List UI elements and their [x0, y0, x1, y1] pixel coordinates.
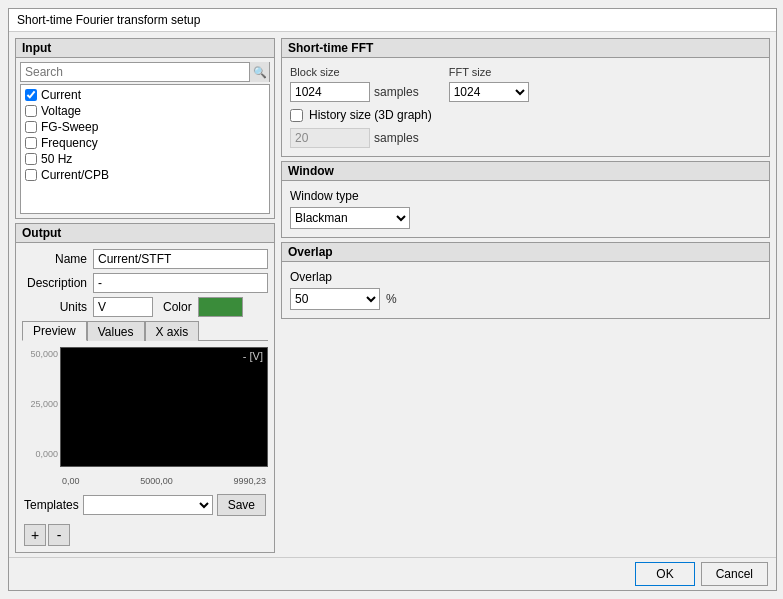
overlap-select[interactable]: 0255075	[290, 288, 380, 310]
left-panel: Input 🔍 CurrentVoltageFG-SweepFrequency5…	[15, 38, 275, 551]
signal-checkbox[interactable]	[25, 89, 37, 101]
x-axis-label: 0,00	[62, 476, 80, 486]
plus-minus-row: + -	[22, 524, 268, 546]
window-content: Window type HannHammingBlackmanRectangul…	[282, 181, 769, 237]
title-bar: Short-time Fourier transform setup	[9, 9, 776, 32]
overlap-label: Overlap	[290, 270, 332, 284]
block-size-input-row: samples	[290, 82, 419, 102]
name-label: Name	[22, 252, 87, 266]
main-content: Input 🔍 CurrentVoltageFG-SweepFrequency5…	[9, 32, 776, 557]
history-checkbox[interactable]	[290, 109, 303, 122]
history-input-row: samples	[290, 128, 761, 148]
fft-size-select[interactable]: 512102420484096	[449, 82, 529, 102]
window-title: Short-time Fourier transform setup	[17, 13, 200, 27]
window-section: Window Window type HannHammingBlackmanRe…	[281, 161, 770, 238]
templates-select[interactable]	[83, 495, 213, 515]
main-window: Short-time Fourier transform setup Input…	[8, 8, 777, 591]
tab-preview[interactable]: Preview	[22, 321, 87, 341]
output-content: Name Description Units Color Previe	[16, 243, 274, 552]
overlap-row: 0255075 %	[290, 288, 761, 310]
signal-label: 50 Hz	[41, 152, 72, 166]
color-picker[interactable]	[198, 297, 243, 317]
ok-button[interactable]: OK	[635, 562, 694, 586]
signal-label: FG-Sweep	[41, 120, 98, 134]
y-axis-label: 0,000	[22, 449, 58, 459]
overlap-section: Overlap Overlap 0255075 %	[281, 242, 770, 319]
signal-label: Current	[41, 88, 81, 102]
fft-size-label: FFT size	[449, 66, 529, 78]
chart-wrapper: - [V]	[60, 345, 268, 467]
fft-sizes-row: Block size samples FFT size 512102420484…	[290, 66, 761, 102]
tab-x-axis[interactable]: X axis	[145, 321, 200, 341]
right-panel: Short-time FFT Block size samples FFT si…	[281, 38, 770, 551]
list-item: Current/CPB	[23, 167, 267, 183]
block-size-col: Block size samples	[290, 66, 419, 102]
overlap-section-label: Overlap	[282, 243, 769, 262]
units-row: Units Color	[22, 297, 268, 317]
signal-checkbox[interactable]	[25, 153, 37, 165]
y-axis-label: 50,000	[22, 349, 58, 359]
x-axis: 0,005000,009990,23	[60, 476, 268, 486]
y-axis-label: 25,000	[22, 399, 58, 409]
history-label: History size (3D graph)	[309, 108, 432, 122]
save-button[interactable]: Save	[217, 494, 266, 516]
list-item: Current	[23, 87, 267, 103]
overlap-unit: %	[386, 292, 397, 306]
signal-label: Frequency	[41, 136, 98, 150]
window-type-select[interactable]: HannHammingBlackmanRectangular	[290, 207, 410, 229]
x-axis-label: 5000,00	[140, 476, 173, 486]
bottom-bar: OK Cancel	[9, 557, 776, 590]
tab-values[interactable]: Values	[87, 321, 145, 341]
y-axis: 50,00025,0000,000	[22, 345, 60, 475]
list-item: Voltage	[23, 103, 267, 119]
list-item: Frequency	[23, 135, 267, 151]
signal-checkbox[interactable]	[25, 169, 37, 181]
output-label: Output	[16, 224, 274, 243]
chart-container: 50,00025,0000,000 - [V] 0,005000,009990,…	[22, 345, 268, 486]
cancel-button[interactable]: Cancel	[701, 562, 768, 586]
color-label: Color	[163, 300, 192, 314]
window-label: Window	[282, 162, 769, 181]
spacer	[281, 323, 770, 551]
search-icon[interactable]: 🔍	[249, 62, 269, 82]
list-item: 50 Hz	[23, 151, 267, 167]
templates-label: Templates	[24, 498, 79, 512]
description-label: Description	[22, 276, 87, 290]
units-input[interactable]	[93, 297, 153, 317]
signal-checkbox[interactable]	[25, 105, 37, 117]
description-input[interactable]	[93, 273, 268, 293]
name-row: Name	[22, 249, 268, 269]
window-type-label: Window type	[290, 189, 359, 203]
signal-label: Current/CPB	[41, 168, 109, 182]
description-row: Description	[22, 273, 268, 293]
list-item: FG-Sweep	[23, 119, 267, 135]
history-input	[290, 128, 370, 148]
signal-list: CurrentVoltageFG-SweepFrequency50 HzCurr…	[20, 84, 270, 214]
signal-checkbox[interactable]	[25, 137, 37, 149]
fft-section: Short-time FFT Block size samples FFT si…	[281, 38, 770, 157]
search-input[interactable]	[21, 65, 249, 79]
chart-area: - [V]	[60, 347, 268, 467]
fft-size-col: FFT size 512102420484096	[449, 66, 529, 102]
x-axis-label: 9990,23	[233, 476, 266, 486]
input-section: Input 🔍 CurrentVoltageFG-SweepFrequency5…	[15, 38, 275, 219]
signal-label: Voltage	[41, 104, 81, 118]
block-size-unit: samples	[374, 85, 419, 99]
history-row: History size (3D graph)	[290, 108, 761, 122]
input-content: 🔍 CurrentVoltageFG-SweepFrequency50 HzCu…	[16, 58, 274, 218]
name-input[interactable]	[93, 249, 268, 269]
fft-content: Block size samples FFT size 512102420484…	[282, 58, 769, 156]
remove-template-button[interactable]: -	[48, 524, 70, 546]
output-section: Output Name Description Units Color	[15, 223, 275, 553]
templates-row: Templates Save	[22, 490, 268, 520]
fft-label: Short-time FFT	[282, 39, 769, 58]
signal-checkbox[interactable]	[25, 121, 37, 133]
tab-bar: PreviewValuesX axis	[22, 321, 268, 341]
block-size-input[interactable]	[290, 82, 370, 102]
block-size-label: Block size	[290, 66, 419, 78]
history-unit: samples	[374, 131, 419, 145]
add-template-button[interactable]: +	[24, 524, 46, 546]
search-container: 🔍	[20, 62, 270, 82]
chart-with-yaxis: 50,00025,0000,000 - [V]	[22, 345, 268, 475]
overlap-content: Overlap 0255075 %	[282, 262, 769, 318]
